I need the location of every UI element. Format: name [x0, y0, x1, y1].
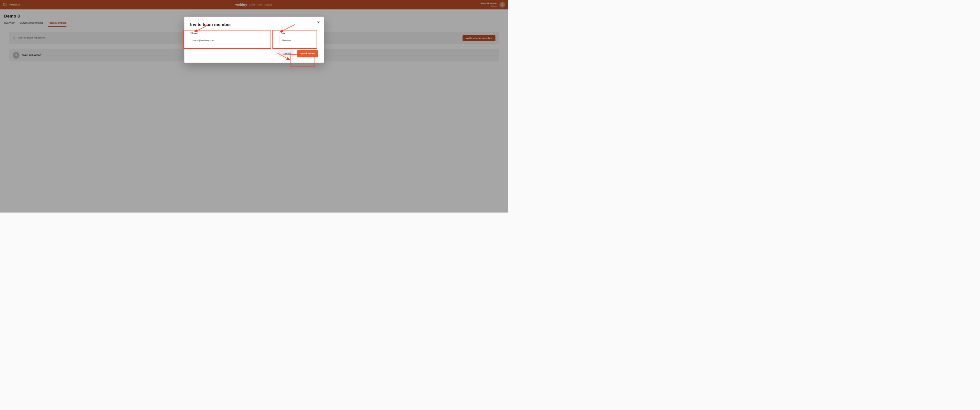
email-label-text: E-mail [191, 32, 198, 34]
close-icon[interactable]: ✕ [317, 20, 320, 24]
role-label-text: Role [281, 32, 285, 34]
email-label: *E-mail [190, 32, 274, 34]
invite-modal: Invite team member ✕ *E-mail *Role Membe… [185, 17, 324, 63]
role-value: Member [282, 38, 291, 41]
modal-title: Invite team member [190, 22, 318, 27]
send-invite-button[interactable]: Send invite [297, 50, 318, 57]
modal-actions: Cancel Send invite [190, 50, 318, 57]
form-row: *E-mail *Role Member [190, 32, 318, 44]
modal-overlay: Invite team member ✕ *E-mail *Role Membe… [0, 0, 508, 212]
required-marker: * [190, 32, 191, 34]
role-label: *Role [279, 32, 318, 34]
chevron-down-icon [313, 38, 315, 41]
email-field-wrap: *E-mail [190, 32, 274, 44]
role-select[interactable]: Member [279, 36, 318, 44]
role-field-wrap: *Role Member [279, 32, 318, 44]
email-input[interactable] [190, 36, 274, 44]
required-marker: * [279, 32, 280, 34]
cancel-button[interactable]: Cancel [279, 50, 294, 57]
